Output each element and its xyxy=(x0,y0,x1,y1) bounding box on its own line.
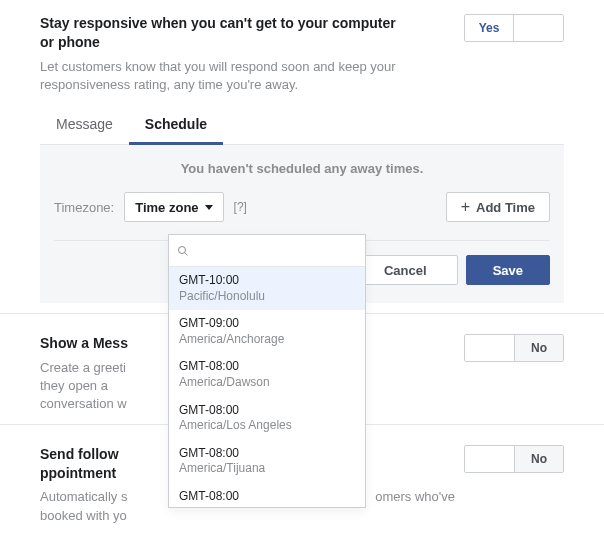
timezone-select[interactable]: Time zone xyxy=(124,192,223,222)
svg-line-1 xyxy=(185,252,188,255)
dropdown-item[interactable]: GMT-09:00 America/Anchorage xyxy=(169,310,365,353)
dropdown-search-input[interactable] xyxy=(195,244,357,258)
schedule-empty: You haven't scheduled any away times. xyxy=(54,161,550,176)
add-time-label: Add Time xyxy=(476,200,535,215)
add-time-button[interactable]: + Add Time xyxy=(446,192,550,222)
responsive-subtitle: Let customers know that you will respond… xyxy=(40,58,410,94)
tabs: Message Schedule xyxy=(40,106,564,145)
svg-point-0 xyxy=(179,246,186,253)
responsive-title: Stay responsive when you can't get to yo… xyxy=(40,14,410,52)
toggle-yes-empty[interactable] xyxy=(465,335,514,361)
greeting-toggle[interactable]: No xyxy=(464,334,564,362)
caret-down-icon xyxy=(205,205,213,210)
search-icon xyxy=(177,245,189,257)
dropdown-item[interactable]: GMT-08:00 America/Tijuana xyxy=(169,440,365,483)
responsive-toggle[interactable]: Yes xyxy=(464,14,564,42)
timezone-help[interactable]: [?] xyxy=(234,200,247,214)
toggle-no[interactable]: No xyxy=(514,335,563,361)
toggle-yes[interactable]: Yes xyxy=(465,15,514,41)
dropdown-item[interactable]: GMT-08:00 America/Los Angeles xyxy=(169,397,365,440)
tab-message[interactable]: Message xyxy=(40,106,129,144)
save-button[interactable]: Save xyxy=(466,255,550,285)
timezone-dropdown: GMT-10:00 Pacific/Honolulu GMT-09:00 Ame… xyxy=(168,234,366,508)
followup-toggle[interactable]: No xyxy=(464,445,564,473)
cancel-button[interactable]: Cancel xyxy=(353,255,458,285)
dropdown-item[interactable]: GMT-10:00 Pacific/Honolulu xyxy=(169,267,365,310)
toggle-yes-empty-2[interactable] xyxy=(465,446,514,472)
timezone-value: Time zone xyxy=(135,200,198,215)
dropdown-item[interactable]: GMT-08:00 America/Vancouver xyxy=(169,483,365,507)
plus-icon: + xyxy=(461,199,470,215)
tab-schedule[interactable]: Schedule xyxy=(129,106,223,145)
toggle-no-empty[interactable] xyxy=(514,15,563,41)
dropdown-item[interactable]: GMT-08:00 America/Dawson xyxy=(169,353,365,396)
dropdown-search[interactable] xyxy=(169,235,365,267)
timezone-label: Timezone: xyxy=(54,200,114,215)
dropdown-list: GMT-10:00 Pacific/Honolulu GMT-09:00 Ame… xyxy=(169,267,365,507)
toggle-no-2[interactable]: No xyxy=(514,446,563,472)
